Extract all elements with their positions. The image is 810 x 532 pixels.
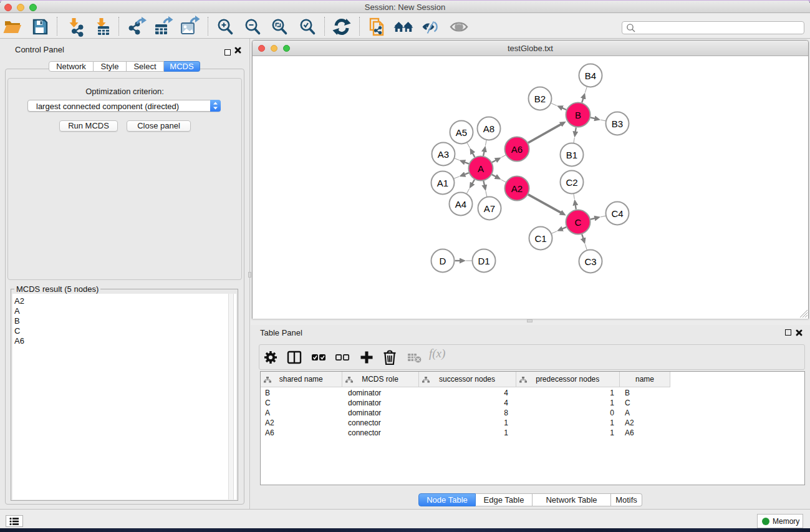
svg-text:D: D [440,256,446,266]
svg-text:B4: B4 [585,70,596,81]
svg-text:B3: B3 [612,118,623,129]
svg-text:A7: A7 [484,203,495,214]
svg-text:A: A [478,163,484,174]
svg-text:B1: B1 [566,150,577,160]
svg-text:A2: A2 [511,183,523,194]
svg-text:A1: A1 [437,178,448,188]
svg-text:A8: A8 [483,123,494,134]
svg-text:A4: A4 [455,199,466,210]
svg-text:D1: D1 [478,256,489,266]
svg-text:C3: C3 [584,256,596,267]
svg-text:B: B [575,110,581,120]
svg-text:A5: A5 [456,127,467,138]
svg-text:C1: C1 [534,233,546,244]
svg-text:C4: C4 [611,208,623,219]
svg-text:C2: C2 [566,177,577,188]
svg-text:A6: A6 [511,144,523,155]
svg-text:A3: A3 [438,149,449,160]
svg-text:B2: B2 [534,94,546,104]
svg-text:C: C [575,217,582,228]
